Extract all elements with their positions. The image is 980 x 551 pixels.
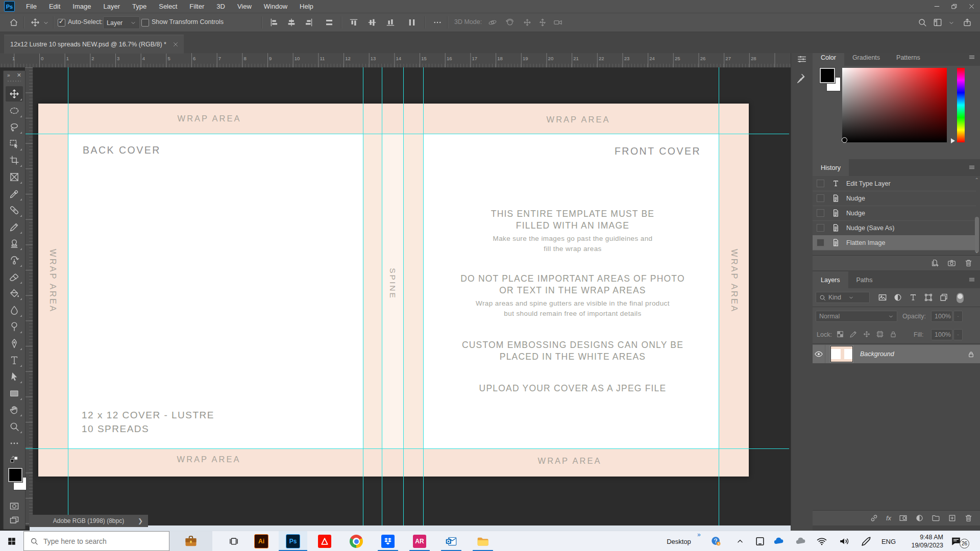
color-picker-marker[interactable] xyxy=(842,137,847,143)
menu-help[interactable]: Help xyxy=(293,0,320,13)
tab-paths[interactable]: Paths xyxy=(848,271,881,288)
taskbar-app-illustrator[interactable]: Ai xyxy=(247,531,276,551)
hand-tool[interactable] xyxy=(6,402,23,417)
opacity-chevron[interactable] xyxy=(953,311,963,322)
new-document-from-state-icon[interactable] xyxy=(930,259,939,267)
menu-layer[interactable]: Layer xyxy=(97,0,127,13)
menu-3d[interactable]: 3D xyxy=(210,0,231,13)
history-item[interactable]: Nudge xyxy=(813,191,976,206)
hue-slider-arrow[interactable] xyxy=(951,138,955,143)
close-panel-icon[interactable]: ✕ xyxy=(17,72,21,79)
align-bottom-edges-icon[interactable] xyxy=(386,18,395,27)
history-item[interactable]: Nudge xyxy=(813,206,976,221)
show-transform-checkbox[interactable] xyxy=(141,19,149,27)
hidden-icons-chevron[interactable] xyxy=(736,537,745,546)
taskbar-app-dropbox[interactable] xyxy=(374,531,402,551)
layer-filter-kind-dropdown[interactable]: Kind xyxy=(816,292,870,303)
foreground-color-well[interactable] xyxy=(820,68,835,83)
delete-state-icon[interactable] xyxy=(964,259,973,267)
clock[interactable]: 9:48 AM 19/09/2023 xyxy=(911,533,943,549)
adjustment-layer-icon[interactable] xyxy=(915,514,924,522)
more-tools[interactable] xyxy=(6,436,23,451)
taskbar-app-ar[interactable]: AR xyxy=(405,531,434,551)
saturation-brightness-field[interactable] xyxy=(842,68,947,142)
status-chevron-icon[interactable]: ❯ xyxy=(138,517,143,524)
history-source-checkbox[interactable] xyxy=(817,239,824,246)
menu-image[interactable]: Image xyxy=(66,0,97,13)
canvas-area[interactable]: 1012345678910111213141516171819202122232… xyxy=(0,53,791,531)
briefcase-app-button[interactable] xyxy=(169,531,212,551)
path-selection-tool[interactable] xyxy=(6,369,23,384)
add-layer-mask-icon[interactable] xyxy=(899,514,908,522)
start-button[interactable] xyxy=(0,531,23,551)
align-vertical-centers-icon[interactable] xyxy=(368,18,377,27)
lock-position-icon[interactable] xyxy=(863,330,871,338)
language-indicator[interactable]: ENG xyxy=(879,531,898,551)
auto-select-checkbox[interactable] xyxy=(58,19,65,27)
current-tool-icon[interactable] xyxy=(31,18,40,27)
3d-roll-icon[interactable] xyxy=(505,18,514,27)
workspace-switcher-icon[interactable] xyxy=(933,18,942,27)
scroll-down-icon[interactable]: ⌄ xyxy=(975,248,979,254)
tool-preset-chevron-icon[interactable] xyxy=(43,20,49,26)
volume-icon[interactable] xyxy=(839,536,850,547)
panel-menu-icon[interactable] xyxy=(968,54,976,61)
link-layers-icon[interactable] xyxy=(870,514,878,522)
document-tab[interactable]: 12x12 Lustre 10 spreads NEW.psd @ 16.7% … xyxy=(4,35,184,54)
lock-artboard-icon[interactable] xyxy=(876,330,884,338)
menu-file[interactable]: File xyxy=(20,0,43,13)
history-scrollbar[interactable] xyxy=(975,217,979,253)
pen-settings-icon[interactable] xyxy=(861,536,872,547)
history-source-checkbox[interactable] xyxy=(817,224,824,232)
dodge-tool[interactable] xyxy=(6,319,23,334)
show-desktop-button[interactable]: Desktop xyxy=(661,531,697,551)
blend-mode-dropdown[interactable]: Normal xyxy=(816,311,897,322)
status-bar[interactable]: Adobe RGB (1998) (8bpc) ❯ xyxy=(29,515,148,527)
menu-filter[interactable]: Filter xyxy=(183,0,210,13)
pen-tool[interactable] xyxy=(6,336,23,351)
tab-layers[interactable]: Layers xyxy=(813,271,848,288)
taskbar-app-outlook[interactable] xyxy=(437,531,465,551)
blur-tool[interactable] xyxy=(6,303,23,318)
filter-toggle[interactable] xyxy=(957,293,964,303)
filter-pixel-layers-icon[interactable] xyxy=(878,293,887,302)
distribute-horizontal-icon[interactable] xyxy=(407,18,416,27)
eraser-tool[interactable] xyxy=(6,269,23,285)
history-item[interactable]: Edit Type Layer xyxy=(813,176,976,191)
tablet-mode-icon[interactable] xyxy=(754,536,766,547)
filter-type-layers-icon[interactable] xyxy=(909,293,918,302)
zoom-tool[interactable] xyxy=(6,419,23,434)
tab-close-icon[interactable] xyxy=(173,41,179,47)
healing-brush-tool[interactable] xyxy=(6,203,23,218)
hue-slider[interactable] xyxy=(957,68,965,142)
menu-type[interactable]: Type xyxy=(126,0,153,13)
eyedropper-tool[interactable] xyxy=(6,186,23,202)
fill-chevron[interactable] xyxy=(953,329,963,340)
fill-input[interactable]: 100% xyxy=(931,329,952,340)
task-view-button[interactable] xyxy=(224,531,244,551)
workspace-chevron-icon[interactable] xyxy=(948,20,954,26)
home-icon[interactable] xyxy=(9,18,18,27)
close-button[interactable] xyxy=(963,0,980,13)
3d-slide-icon[interactable] xyxy=(538,18,547,27)
help-tray-icon[interactable] xyxy=(710,536,722,547)
layer-thumbnail[interactable] xyxy=(830,346,853,362)
lasso-tool[interactable] xyxy=(6,119,23,135)
restore-button[interactable] xyxy=(945,0,963,13)
taskbar-app-chrome[interactable] xyxy=(342,531,371,551)
horizontal-ruler[interactable]: 1012345678910111213141516171819202122232… xyxy=(0,53,791,68)
new-layer-icon[interactable] xyxy=(948,514,957,522)
align-top-edges-icon[interactable] xyxy=(349,18,358,27)
align-right-edges-icon[interactable] xyxy=(304,18,313,27)
scroll-up-icon[interactable]: ⌃ xyxy=(975,177,979,183)
move-tool[interactable] xyxy=(6,86,23,102)
search-icon[interactable] xyxy=(918,18,927,27)
taskbar-app-explorer[interactable] xyxy=(469,531,497,551)
menu-view[interactable]: View xyxy=(231,0,258,13)
layer-effects-icon[interactable]: fx xyxy=(886,514,891,522)
taskbar-app-acrobat[interactable] xyxy=(310,531,339,551)
type-tool[interactable] xyxy=(6,353,23,368)
menu-edit[interactable]: Edit xyxy=(43,0,66,13)
new-group-icon[interactable] xyxy=(932,514,940,522)
filter-adjustment-layers-icon[interactable] xyxy=(893,293,902,302)
